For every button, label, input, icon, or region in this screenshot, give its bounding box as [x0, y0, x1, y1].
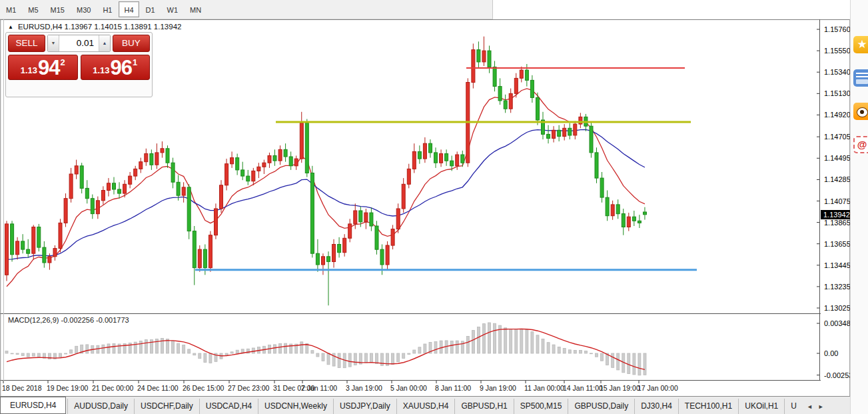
- candle-body: [284, 149, 287, 157]
- candle-body: [11, 224, 14, 255]
- price-axis-label: 1.13445: [824, 261, 851, 269]
- chart-tab-tech100-h1[interactable]: TECH100,H1: [678, 399, 738, 414]
- chart-tab-usdjpy-daily[interactable]: USDJPY,Daily: [333, 399, 396, 414]
- candle-body: [129, 176, 132, 184]
- macd-histogram-bar: [113, 344, 115, 353]
- candle-body: [187, 187, 191, 231]
- candle-body: [359, 211, 362, 222]
- chart-tab-dj30-h4[interactable]: DJ30,H4: [634, 399, 678, 414]
- macd-histogram-bar: [145, 340, 147, 353]
- candle-body: [236, 158, 239, 170]
- price-chart-canvas[interactable]: [0, 19, 821, 396]
- timeframe-button-m30[interactable]: M30: [71, 1, 96, 17]
- candle-body: [632, 217, 636, 221]
- macd-histogram-bar: [424, 344, 426, 353]
- macd-histogram-bar: [97, 345, 99, 353]
- price-axis-label: 1.14285: [824, 175, 851, 183]
- candle-body: [525, 70, 528, 80]
- candle-body: [530, 80, 534, 97]
- candle-body: [343, 238, 346, 252]
- macd-histogram-bar: [397, 353, 400, 362]
- candle-body: [107, 183, 111, 191]
- star-icon[interactable]: ★: [853, 36, 868, 53]
- candle-body: [563, 128, 566, 136]
- time-axis-label: 3 Jan 19:00: [346, 384, 382, 392]
- candle-body: [434, 153, 438, 163]
- chart-tab-gbpusd-daily[interactable]: GBPUSD,Daily: [568, 399, 634, 414]
- chart-tab-eurusd-h4[interactable]: EURUSD,H4: [0, 397, 66, 414]
- news-feed-icon[interactable]: [853, 69, 868, 87]
- macd-histogram-bar: [27, 353, 29, 357]
- candle-body: [241, 170, 244, 176]
- macd-histogram-bar: [311, 351, 314, 353]
- macd-histogram-bar: [172, 341, 175, 353]
- candle-body: [338, 245, 341, 253]
- tab-scroll-right-icon[interactable]: ►: [815, 403, 827, 410]
- timeframe-button-m15[interactable]: M15: [45, 1, 70, 17]
- candle-body: [440, 154, 443, 163]
- timeframe-button-w1[interactable]: W1: [162, 1, 184, 17]
- chart-tab-xauusd-h4[interactable]: XAUUSD,H4: [396, 399, 455, 414]
- timeframe-button-h4[interactable]: H4: [119, 1, 139, 17]
- weibo-eye-icon[interactable]: [853, 103, 868, 120]
- macd-histogram-bar: [193, 353, 196, 355]
- candle-body: [278, 149, 282, 161]
- candle-body: [215, 209, 218, 235]
- candle-body: [423, 143, 426, 159]
- candle-body: [520, 70, 523, 78]
- macd-histogram-bar: [547, 343, 550, 353]
- chart-tab-u[interactable]: U: [784, 399, 803, 414]
- macd-histogram-bar: [75, 346, 78, 353]
- macd-indicator-label: MACD(12,26,9) -0.002256 -0.001773: [8, 316, 129, 324]
- candle-body: [134, 169, 137, 176]
- macd-histogram-bar: [402, 353, 405, 358]
- candle-body: [386, 245, 389, 265]
- macd-histogram-bar: [230, 352, 233, 353]
- chart-tab-usdcad-h4[interactable]: USDCAD,H4: [199, 399, 258, 414]
- candle-body: [638, 221, 641, 223]
- candle-body: [348, 224, 352, 238]
- macd-histogram-bar: [370, 353, 372, 363]
- macd-histogram-bar: [177, 343, 180, 353]
- macd-histogram-bar: [199, 353, 201, 359]
- mail-at-icon[interactable]: @: [853, 136, 868, 153]
- chart-tab-usdchf-daily[interactable]: USDCHF,Daily: [134, 399, 199, 414]
- candle-body: [568, 128, 572, 135]
- timeframe-button-h1[interactable]: H1: [97, 1, 117, 17]
- candle-body: [305, 123, 308, 173]
- candle-body: [85, 188, 89, 198]
- macd-histogram-bar: [348, 353, 351, 367]
- candle-body: [509, 93, 512, 109]
- price-axis-label: 1.13865: [824, 219, 851, 227]
- macd-histogram-bar: [504, 328, 507, 353]
- chart-tab-sp500-m15[interactable]: SP500,M15: [514, 399, 568, 414]
- candle-body: [182, 187, 185, 195]
- timeframe-button-m1[interactable]: M1: [1, 1, 21, 17]
- timeframe-button-mn[interactable]: MN: [185, 1, 207, 17]
- candle-body: [209, 235, 212, 268]
- time-axis-label: 9 Jan 19:00: [480, 384, 516, 392]
- timeframe-button-d1[interactable]: D1: [141, 1, 161, 17]
- macd-histogram-bar: [612, 353, 614, 367]
- candle-body: [472, 50, 475, 83]
- chart-tab-gbpusd-h1[interactable]: GBPUSD,H1: [454, 399, 513, 414]
- chart-tab-audusd-daily[interactable]: AUDUSD,Daily: [67, 399, 134, 414]
- macd-histogram-bar: [488, 323, 491, 353]
- candle-body: [316, 253, 319, 265]
- candle-body: [37, 227, 41, 248]
- macd-histogram-bar: [70, 350, 73, 353]
- macd-histogram-bar: [209, 353, 212, 363]
- tab-scroll-left-icon[interactable]: ◄: [804, 403, 815, 410]
- candle-body: [327, 257, 330, 262]
- macd-histogram-bar: [440, 341, 442, 353]
- candle-body: [450, 161, 454, 166]
- timeframe-button-m5[interactable]: M5: [23, 1, 43, 17]
- chart-tab-usdcnh-weekly[interactable]: USDCNH,Weekly: [258, 399, 333, 414]
- macd-histogram-bar: [536, 335, 539, 353]
- chart-tab-ukoil-h1[interactable]: UKOil,H1: [738, 399, 784, 414]
- macd-histogram-bar: [139, 341, 142, 354]
- candle-body: [268, 156, 271, 163]
- macd-histogram-bar: [274, 345, 276, 353]
- candle-body: [300, 123, 303, 159]
- candle-body: [123, 184, 127, 193]
